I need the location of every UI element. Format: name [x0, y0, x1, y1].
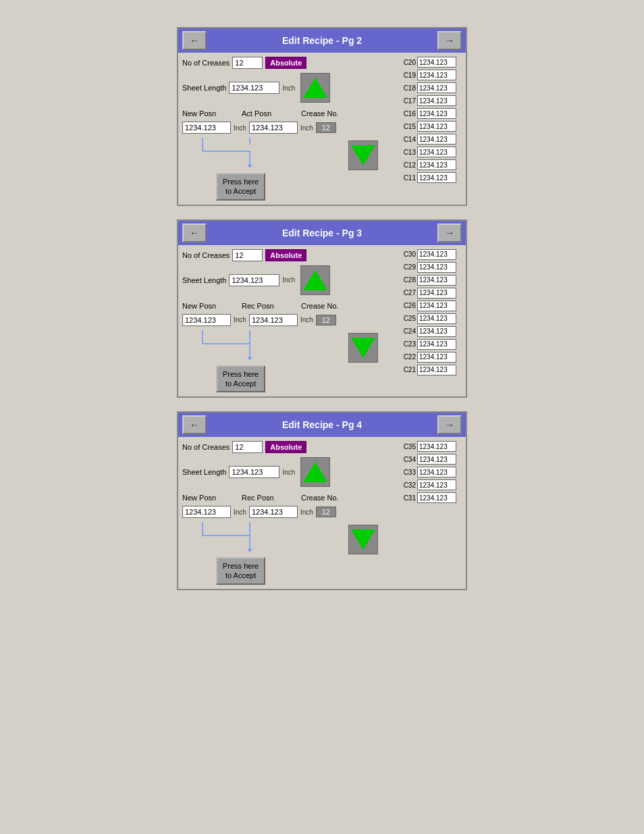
c31-input[interactable] [417, 492, 456, 503]
forward-button-pg2[interactable]: → [437, 31, 462, 50]
posn2-input-pg4[interactable] [249, 506, 298, 518]
back-button-pg3[interactable]: ← [182, 224, 207, 242]
right-entry-c22: C22 [401, 352, 462, 363]
up-arrow-container-pg4[interactable] [300, 457, 330, 487]
sheet-length-unit-pg2: Inch [282, 84, 295, 92]
c18-label: C18 [401, 84, 416, 92]
c26-label: C26 [401, 302, 416, 309]
sheet-length-unit-pg3: Inch [282, 276, 295, 284]
col2-header-pg3: Rec Posn [242, 302, 296, 310]
c13-label: C13 [401, 149, 416, 156]
right-entry-c35: C35 [401, 441, 462, 452]
panel-header-pg2: ← Edit Recipe - Pg 2 → [178, 28, 466, 53]
down-arrow-container-pg4[interactable] [348, 525, 378, 554]
crease-no-display-pg3: 12 [316, 315, 336, 325]
c19-input[interactable] [417, 70, 456, 80]
down-arrow-container-pg3[interactable] [348, 333, 378, 363]
posn2-input-pg3[interactable] [249, 314, 298, 326]
col1-header-pg4: New Posn [182, 494, 236, 502]
col3-header-pg3: Crease No. [301, 302, 339, 310]
accept-btn-pg3[interactable]: Press hereto Accept [216, 365, 265, 393]
c29-label: C29 [401, 263, 416, 271]
c21-label: C21 [401, 366, 416, 373]
down-triangle-pg2 [351, 145, 375, 165]
no-of-creases-input-pg4[interactable] [232, 441, 263, 453]
forward-button-pg3[interactable]: → [437, 224, 462, 242]
no-of-creases-row-pg3: No of Creases Absolute [182, 249, 398, 261]
sheet-length-input-pg2[interactable] [229, 82, 279, 94]
right-entry-c15: C15 [401, 121, 462, 132]
up-triangle-pg3 [303, 270, 327, 290]
right-entry-c32: C32 [401, 479, 462, 490]
c20-label: C20 [401, 59, 416, 66]
c30-input[interactable] [417, 249, 456, 260]
panel-body-pg3: No of Creases Absolute Sheet Length Inch… [178, 245, 466, 397]
panel-left-pg2: No of Creases Absolute Sheet Length Inch… [182, 57, 398, 201]
posn1-input-pg2[interactable] [182, 122, 231, 134]
panel-pg3: ← Edit Recipe - Pg 3 → No of Creases Abs… [177, 219, 467, 398]
col2-header-pg4: Rec Posn [242, 494, 296, 502]
c27-input[interactable] [417, 288, 456, 298]
c14-input[interactable] [417, 134, 456, 145]
c23-input[interactable] [417, 339, 456, 350]
down-arrow-container-pg2[interactable] [348, 140, 378, 170]
c34-input[interactable] [417, 454, 456, 465]
col3-header-pg2: Crease No. [301, 109, 339, 118]
crease-no-display-pg4: 12 [316, 506, 336, 517]
sheet-length-input-pg4[interactable] [229, 466, 279, 478]
no-of-creases-input-pg2[interactable] [232, 57, 263, 69]
no-of-creases-input-pg3[interactable] [232, 249, 263, 261]
c30-label: C30 [401, 251, 416, 258]
posn1-unit-pg2: Inch [234, 124, 246, 132]
back-button-pg2[interactable]: ← [182, 31, 207, 50]
accept-btn-pg4[interactable]: Press hereto Accept [216, 557, 265, 585]
posn2-input-pg2[interactable] [249, 122, 298, 134]
c25-input[interactable] [417, 313, 456, 324]
absolute-btn-pg3[interactable]: Absolute [265, 249, 306, 261]
c20-input[interactable] [417, 57, 456, 68]
back-button-pg4[interactable]: ← [182, 415, 207, 434]
posn1-input-pg4[interactable] [182, 506, 231, 518]
c29-input[interactable] [417, 262, 456, 273]
c13-input[interactable] [417, 147, 456, 157]
c35-label: C35 [401, 443, 416, 450]
right-entry-c27: C27 [401, 288, 462, 298]
c17-input[interactable] [417, 95, 456, 106]
c24-label: C24 [401, 328, 416, 335]
c21-input[interactable] [417, 365, 456, 375]
c31-label: C31 [401, 494, 416, 502]
sheet-length-label-pg4: Sheet Length [182, 468, 226, 476]
posn2-unit-pg4: Inch [300, 509, 313, 516]
c26-input[interactable] [417, 301, 456, 311]
c18-input[interactable] [417, 82, 456, 93]
panel-right-pg2: C20 C19 C18 C17 C16 C15 [401, 57, 462, 201]
accept-btn-pg2[interactable]: Press hereto Accept [216, 173, 265, 201]
c16-input[interactable] [417, 108, 456, 119]
up-arrow-container-pg3[interactable] [300, 265, 330, 295]
c15-input[interactable] [417, 121, 456, 132]
posn1-input-pg3[interactable] [182, 314, 231, 326]
sheet-length-input-pg3[interactable] [229, 274, 279, 286]
no-of-creases-row-pg4: No of Creases Absolute [182, 441, 398, 453]
absolute-btn-pg4[interactable]: Absolute [265, 441, 306, 453]
posn2-unit-pg3: Inch [300, 316, 313, 323]
c22-input[interactable] [417, 352, 456, 363]
c33-input[interactable] [417, 467, 456, 477]
c35-input[interactable] [417, 441, 456, 452]
sheet-length-label-pg3: Sheet Length [182, 276, 226, 284]
up-arrow-container-pg2[interactable] [300, 73, 330, 103]
right-entry-c21: C21 [401, 365, 462, 375]
c28-input[interactable] [417, 275, 456, 286]
c12-input[interactable] [417, 159, 456, 170]
c32-input[interactable] [417, 479, 456, 490]
c22-label: C22 [401, 353, 416, 361]
down-triangle-pg3 [351, 338, 375, 358]
value-row-pg3: Inch Inch 12 [182, 314, 398, 326]
right-entry-c20: C20 [401, 57, 462, 68]
absolute-btn-pg2[interactable]: Absolute [265, 57, 306, 69]
c11-input[interactable] [417, 172, 456, 183]
c24-input[interactable] [417, 326, 456, 337]
panel-left-pg3: No of Creases Absolute Sheet Length Inch… [182, 249, 398, 393]
forward-button-pg4[interactable]: → [437, 415, 462, 434]
panel-right-pg4: C35 C34 C33 C32 C31 [401, 441, 462, 585]
